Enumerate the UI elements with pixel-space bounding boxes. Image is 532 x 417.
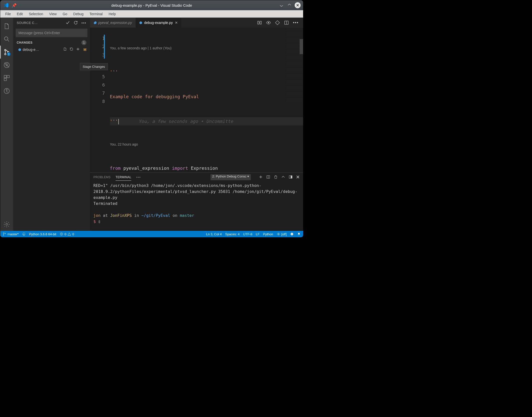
activity-scm[interactable]: 1	[0, 46, 13, 59]
codelens-top[interactable]: You, a few seconds ago | 1 author (You)	[110, 46, 303, 51]
stage-icon[interactable]	[75, 47, 80, 52]
svg-point-23	[278, 234, 279, 235]
code-token: import	[172, 166, 188, 171]
new-terminal-icon[interactable]	[259, 175, 263, 180]
panel-tab-terminal[interactable]: TERMINAL	[116, 174, 131, 181]
maximize-button[interactable]	[287, 2, 292, 8]
svg-point-2	[4, 53, 6, 55]
svg-point-14	[268, 22, 269, 23]
toggle-panel-icon[interactable]	[289, 175, 293, 180]
menu-terminal[interactable]: Terminal	[86, 11, 106, 17]
status-lang[interactable]: Python	[263, 232, 273, 236]
minimap[interactable]	[286, 28, 303, 102]
panel-tab-problems[interactable]: PROBLEMS	[93, 174, 111, 180]
status-feedback-icon[interactable]	[290, 232, 294, 236]
terminal-selector[interactable]: 2: Python Debug Consc ▾	[210, 174, 251, 180]
commit-icon[interactable]	[66, 20, 70, 25]
line-gutter: 1 2 3 4 5 6 7 8	[90, 28, 110, 172]
svg-point-10	[6, 89, 7, 90]
menu-debug[interactable]: Debug	[70, 11, 86, 17]
sidebar-title: SOURCE C…	[17, 21, 64, 25]
diff-icon[interactable]	[275, 20, 280, 25]
blame-toggle-icon[interactable]	[266, 20, 271, 25]
changed-file-name: debug-e…	[23, 48, 61, 52]
minimize-button[interactable]	[279, 2, 284, 8]
status-branch-label: master*	[7, 232, 19, 236]
tab-label: pyeval_expression.py	[98, 21, 132, 25]
pin-icon[interactable]: 📌	[12, 3, 17, 8]
tab-pyeval-expression[interactable]: ⬢ pyeval_expression.py	[90, 18, 136, 28]
activity-debug[interactable]	[0, 59, 13, 72]
refresh-icon[interactable]	[73, 20, 78, 25]
close-tab-icon[interactable]: ✕	[175, 21, 178, 25]
svg-point-19	[3, 233, 4, 234]
code-editor[interactable]: 1 2 3 4 5 6 7 8 You, a few seconds ago |…	[90, 28, 303, 172]
compare-icon[interactable]	[257, 20, 262, 25]
changed-file-row[interactable]: ⬢ debug-e… M	[13, 46, 90, 53]
panel-tab-more[interactable]: •••	[136, 174, 141, 180]
maximize-panel-icon[interactable]	[281, 175, 285, 180]
status-liveshare[interactable]: [off]	[277, 232, 287, 236]
close-panel-icon[interactable]	[296, 175, 300, 179]
status-sync[interactable]	[22, 232, 26, 236]
status-problems[interactable]: 0 0	[60, 232, 74, 236]
changes-count: 1	[81, 40, 86, 45]
changes-section[interactable]: CHANGES 1	[13, 39, 90, 46]
activity-extensions[interactable]	[0, 72, 13, 84]
svg-point-0	[4, 37, 8, 40]
status-lncol[interactable]: Ln 3, Col 4	[206, 232, 222, 236]
menu-view[interactable]: View	[46, 11, 60, 17]
activity-search[interactable]	[0, 33, 13, 46]
svg-rect-18	[291, 175, 292, 178]
open-file-icon[interactable]	[63, 47, 67, 52]
status-liveshare-label: [off]	[281, 232, 287, 236]
code-token: Expression	[188, 166, 218, 171]
menu-edit[interactable]: Edit	[14, 11, 26, 17]
svg-point-20	[3, 235, 4, 236]
menu-go[interactable]: Go	[60, 11, 70, 17]
term-prompt: $	[93, 219, 98, 224]
stage-changes-tooltip: Stage Changes	[80, 63, 108, 70]
vscode-icon	[3, 2, 9, 8]
activity-bar: 1	[0, 18, 13, 231]
term-text: at	[101, 213, 110, 218]
editor-tabs: ⬢ pyeval_expression.py ⬢ debug-example.p…	[90, 18, 303, 28]
split-editor-icon[interactable]	[284, 20, 289, 25]
status-eol[interactable]: LF	[256, 232, 260, 236]
svg-point-25	[291, 234, 292, 234]
editor-actions: •••	[253, 18, 303, 28]
menu-help[interactable]: Help	[106, 11, 119, 17]
activity-explorer[interactable]	[0, 20, 13, 33]
status-branch[interactable]: master*	[3, 232, 19, 236]
changes-label: CHANGES	[17, 41, 33, 44]
svg-point-21	[5, 233, 6, 234]
terminal-body[interactable]: RED=1" /usr/bin/python3 /home/jon/.vscod…	[90, 182, 303, 231]
tab-label: debug-example.py	[144, 21, 173, 25]
discard-icon[interactable]	[69, 47, 74, 52]
code-line: Example code for debugging PyEval	[110, 94, 199, 99]
python-file-icon: ⬢	[93, 21, 96, 25]
tab-debug-example[interactable]: ⬢ debug-example.py ✕	[136, 18, 182, 28]
svg-rect-12	[258, 21, 259, 24]
status-bell-icon[interactable]	[297, 232, 301, 236]
minimap-slider[interactable]	[300, 39, 303, 54]
svg-rect-13	[260, 21, 262, 24]
activity-gitlens[interactable]	[0, 84, 13, 97]
svg-point-11	[6, 223, 7, 225]
editor-area: ⬢ pyeval_expression.py ⬢ debug-example.p…	[90, 18, 303, 231]
menubar: File Edit Selection View Go Debug Termin…	[0, 10, 303, 18]
editor-more-icon[interactable]: •••	[293, 20, 299, 25]
status-encoding[interactable]: UTF-8	[243, 232, 252, 236]
status-python[interactable]: Python 3.6.6 64-bit	[29, 232, 56, 236]
activity-settings[interactable]	[0, 218, 13, 231]
more-icon[interactable]: •••	[81, 21, 86, 25]
close-button[interactable]	[295, 2, 301, 8]
status-spaces[interactable]: Spaces: 4	[225, 232, 240, 236]
menu-selection[interactable]: Selection	[26, 11, 46, 17]
menu-file[interactable]: File	[2, 11, 14, 17]
commit-message-input[interactable]: Message (press Ctrl+Enter	[16, 29, 87, 37]
split-terminal-icon[interactable]	[266, 175, 270, 180]
kill-terminal-icon[interactable]	[274, 175, 278, 180]
codelens-import[interactable]: You, 22 hours ago	[110, 142, 303, 148]
code-token: from	[110, 166, 121, 171]
